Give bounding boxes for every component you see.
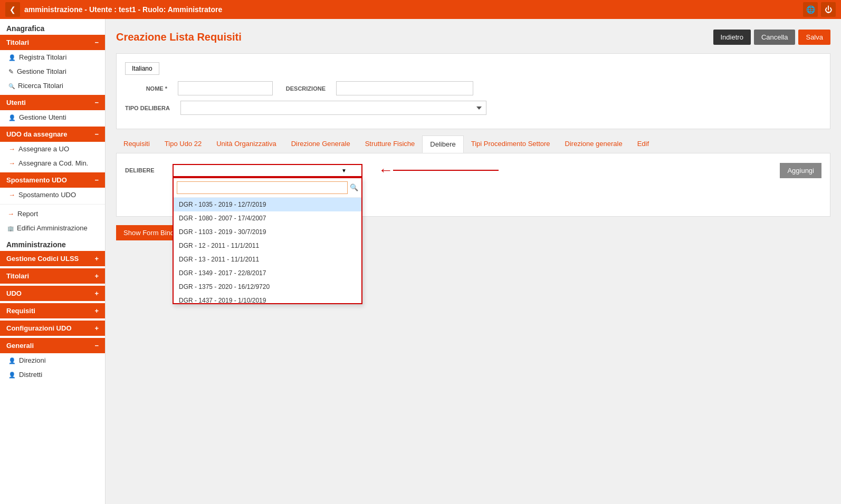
sidebar-group-header-generali[interactable]: Generali − <box>0 338 105 353</box>
person-icon-2 <box>8 113 16 121</box>
utenti-label: Utenti <box>6 99 26 106</box>
dropdown-item-3[interactable]: DGR - 12 - 2011 - 11/1/2011 <box>174 239 361 253</box>
ricerca-titolari-label: Ricerca Titolari <box>18 82 63 90</box>
sidebar-group-titolari-admin: Titolari + <box>0 268 105 284</box>
dropdown-search-wrapper: 🔍 <box>174 178 361 198</box>
sidebar-group-utenti: Utenti − Gestione Utenti <box>0 95 105 124</box>
sidebar-group-titolari: Titolari − Registra Titolari Gestione Ti… <box>0 35 105 93</box>
delibere-select-display[interactable]: ▼ <box>173 164 362 177</box>
sidebar-group-header-requisiti[interactable]: Requisiti + <box>0 303 105 318</box>
nome-label: NOME * <box>125 85 167 92</box>
sidebar-item-direzioni[interactable]: Direzioni <box>0 353 105 367</box>
sidebar-item-assegnare-uo[interactable]: Assegnare a UO <box>0 142 105 156</box>
search-icon-dropdown: 🔍 <box>350 183 358 191</box>
dropdown-item-7[interactable]: DGR - 1437 - 2019 - 1/10/2019 <box>174 294 361 303</box>
tab-tipo-udo-22[interactable]: Tipo Udo 22 <box>157 135 209 153</box>
power-icon-button[interactable]: ⏻ <box>821 2 836 17</box>
assegnare-cod-min-label: Assegnare a Cod. Min. <box>18 159 88 167</box>
top-bar: ❮ amministrazione - Utente : test1 - Ruo… <box>0 0 841 19</box>
dropdown-item-2[interactable]: DGR - 1103 - 2019 - 30/7/2019 <box>174 225 361 239</box>
sidebar-item-spostamento-udo[interactable]: Spostamento UDO <box>0 188 105 202</box>
sidebar-group-header-configurazioni-udo[interactable]: Configurazioni UDO + <box>0 321 105 336</box>
sidebar-group-configurazioni-udo: Configurazioni UDO + <box>0 321 105 336</box>
salva-button[interactable]: Salva <box>798 30 830 45</box>
divider-1 <box>0 204 105 205</box>
tipo-delibera-label: TIPO DELIBERA <box>125 105 170 111</box>
tipo-delibera-select[interactable] <box>180 101 486 115</box>
tab-direzione-generale-2[interactable]: Direzione generale <box>558 135 630 153</box>
tab-direzione-generale[interactable]: Direzione Generale <box>284 135 358 153</box>
titolari-admin-toggle: + <box>94 272 99 280</box>
tab-unita-organizzativa[interactable]: Unità Organizzativa <box>209 135 283 153</box>
dropdown-item-6[interactable]: DGR - 1375 - 2020 - 16/12/9720 <box>174 280 361 294</box>
sidebar-group-header-udo-admin[interactable]: UDO + <box>0 286 105 301</box>
sidebar-item-distretti[interactable]: Distretti <box>0 367 105 382</box>
sidebar-item-assegnare-cod-min[interactable]: Assegnare a Cod. Min. <box>0 156 105 170</box>
delibere-label: DELIBERE <box>125 167 167 173</box>
registra-titolari-label: Registra Titolari <box>19 53 66 61</box>
tab-content-delibere: DELIBERE ▼ 🔍 DGR - 1035 - <box>116 153 830 217</box>
red-arrow-annotation: ← <box>378 162 499 179</box>
globe-icon-button[interactable]: 🌐 <box>803 2 818 17</box>
sidebar-group-header-udo-assegnare[interactable]: UDO da assegnare − <box>0 127 105 142</box>
sidebar-group-header-titolari[interactable]: Titolari − <box>0 35 105 50</box>
collapse-sidebar-button[interactable]: ❮ <box>5 2 20 17</box>
person-icon <box>8 53 16 61</box>
sidebar-item-ricerca-titolari[interactable]: Ricerca Titolari <box>0 79 105 93</box>
spostamento-udo-label: Spostamento UDO <box>6 176 67 184</box>
header-buttons: Indietro Cancella Salva <box>713 30 831 45</box>
descrizione-input[interactable] <box>336 81 473 95</box>
lang-tab[interactable]: Italiano <box>125 62 159 75</box>
red-arrow-icon: ← <box>378 162 393 179</box>
sidebar-group-spostamento-udo: Spostamento UDO − Spostamento UDO <box>0 172 105 202</box>
sidebar-link-edifici[interactable]: Edifici Amministrazione <box>0 221 105 235</box>
udo-assegnare-toggle: − <box>94 130 99 138</box>
sidebar-link-report[interactable]: Report <box>0 207 105 221</box>
udo-admin-label: UDO <box>6 289 22 297</box>
dropdown-item-1[interactable]: DGR - 1080 - 2007 - 17/4/2007 <box>174 211 361 225</box>
udo-admin-toggle: + <box>94 289 99 297</box>
tab-delibere[interactable]: Delibere <box>422 135 463 153</box>
sidebar-group-header-titolari-admin[interactable]: Titolari + <box>0 268 105 284</box>
requisiti-admin-label: Requisiti <box>6 307 35 315</box>
cancella-button[interactable]: Cancella <box>754 30 796 45</box>
main-content: Creazione Lista Requisiti Indietro Cance… <box>106 19 841 504</box>
titolari-toggle: − <box>94 38 99 46</box>
page-title: Creazione Lista Requisiti <box>116 31 242 43</box>
sidebar-item-gestione-utenti[interactable]: Gestione Utenti <box>0 110 105 124</box>
sidebar-group-header-gestione-codici[interactable]: Gestione Codici ULSS + <box>0 251 105 266</box>
delibere-search-input[interactable] <box>177 181 348 194</box>
generali-toggle: − <box>94 342 99 350</box>
requisiti-admin-toggle: + <box>94 307 99 315</box>
nome-input[interactable] <box>178 81 273 95</box>
sidebar-group-header-spostamento-udo[interactable]: Spostamento UDO − <box>0 172 105 188</box>
indietro-button[interactable]: Indietro <box>713 30 751 45</box>
tab-edif[interactable]: Edif <box>630 135 656 153</box>
anagrafica-section-title: Anagrafica <box>0 19 105 35</box>
tab-tipi-procedimento-settore[interactable]: Tipi Procedimento Settore <box>464 135 558 153</box>
delibere-row: DELIBERE ▼ 🔍 DGR - 1035 - <box>125 162 821 179</box>
sidebar: Anagrafica Titolari − Registra Titolari … <box>0 19 106 504</box>
arrow-icon <box>8 145 15 153</box>
aggiungi-button[interactable]: Aggiungi <box>780 163 821 178</box>
building-icon <box>7 224 14 232</box>
sidebar-group-generali: Generali − Direzioni Distretti <box>0 338 105 382</box>
dropdown-scroll[interactable]: DGR - 1035 - 2019 - 12/7/2019 DGR - 1080… <box>174 198 361 303</box>
spostamento-udo-item-label: Spostamento UDO <box>18 191 76 199</box>
edifici-label: Edifici Amministrazione <box>17 224 88 232</box>
sidebar-group-header-utenti[interactable]: Utenti − <box>0 95 105 110</box>
arrow-icon-2 <box>8 159 15 167</box>
descrizione-label: DESCRIZIONE <box>283 85 326 92</box>
main-layout: Anagrafica Titolari − Registra Titolari … <box>0 19 841 504</box>
tab-requisiti[interactable]: Requisiti <box>116 135 157 153</box>
sidebar-item-registra-titolari[interactable]: Registra Titolari <box>0 50 105 64</box>
dropdown-item-5[interactable]: DGR - 1349 - 2017 - 22/8/2017 <box>174 266 361 280</box>
assegnare-uo-label: Assegnare a UO <box>18 145 69 153</box>
tab-strutture-fisiche[interactable]: Strutture Fisiche <box>358 135 423 153</box>
sidebar-item-gestione-titolari[interactable]: Gestione Titolari <box>0 64 105 79</box>
dropdown-item-0[interactable]: DGR - 1035 - 2019 - 12/7/2019 <box>174 198 361 211</box>
dropdown-item-4[interactable]: DGR - 13 - 2011 - 11/1/2011 <box>174 253 361 266</box>
sidebar-group-udo-admin: UDO + <box>0 286 105 301</box>
person-icon-3 <box>8 356 16 364</box>
udo-assegnare-label: UDO da assegnare <box>6 130 68 138</box>
